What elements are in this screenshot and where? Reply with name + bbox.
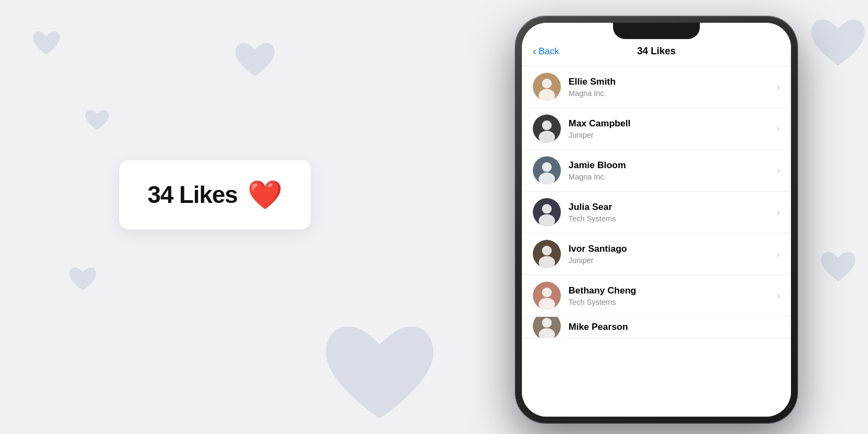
phone-inner: ‹ Back 34 Likes El xyxy=(522,23,791,417)
item-company: Magna Inc. xyxy=(569,173,769,181)
phone-notch xyxy=(613,23,700,39)
avatar xyxy=(533,73,561,101)
list-item[interactable]: Jamie Bloom Magna Inc. › xyxy=(522,150,791,192)
phone-outer: ‹ Back 34 Likes El xyxy=(515,16,797,423)
list-item[interactable]: Bethany Cheng Tech Systems › xyxy=(522,275,791,317)
item-company: Tech Systems xyxy=(569,214,769,223)
likes-card-heart-icon: ❤️ xyxy=(247,181,283,209)
item-info: Mike Pearson xyxy=(569,321,780,333)
item-company: Magna Inc. xyxy=(569,89,769,98)
item-name: Bethany Cheng xyxy=(569,285,769,297)
list-item[interactable]: Julia Sear Tech Systems › xyxy=(522,192,791,233)
chevron-right-icon: › xyxy=(777,81,780,93)
item-name: Ellie Smith xyxy=(569,76,769,88)
chevron-right-icon: › xyxy=(777,248,780,260)
chevron-right-icon: › xyxy=(777,290,780,302)
back-button[interactable]: ‹ Back xyxy=(533,45,559,58)
contact-list: Ellie Smith Magna Inc. › Max xyxy=(522,66,791,417)
likes-card: 34 Likes ❤️ xyxy=(119,160,311,229)
list-item[interactable]: Ivor Santiago Juniper › xyxy=(522,233,791,275)
avatar xyxy=(533,198,561,226)
back-chevron-icon: ‹ xyxy=(533,45,537,58)
item-name: Mike Pearson xyxy=(569,321,780,333)
svg-point-19 xyxy=(542,318,552,328)
svg-point-7 xyxy=(542,162,552,172)
phone-mockup: ‹ Back 34 Likes El xyxy=(515,16,797,423)
svg-point-16 xyxy=(542,288,552,297)
item-name: Max Campbell xyxy=(569,118,769,130)
item-name: Julia Sear xyxy=(569,201,769,213)
avatar xyxy=(533,282,561,310)
list-item[interactable]: Max Campbell Juniper › xyxy=(522,108,791,150)
avatar xyxy=(533,240,561,268)
screen-title: 34 Likes xyxy=(637,46,675,57)
list-item[interactable]: Mike Pearson xyxy=(522,317,791,339)
item-info: Julia Sear Tech Systems xyxy=(569,201,769,223)
avatar xyxy=(533,317,561,339)
svg-point-10 xyxy=(542,204,552,214)
item-company: Juniper xyxy=(569,131,769,139)
avatar xyxy=(533,156,561,184)
item-company: Juniper xyxy=(569,256,769,265)
item-name: Jamie Bloom xyxy=(569,159,769,171)
item-info: Ellie Smith Magna Inc. xyxy=(569,76,769,98)
item-info: Bethany Cheng Tech Systems xyxy=(569,285,769,307)
chevron-right-icon: › xyxy=(777,207,780,218)
svg-point-13 xyxy=(542,246,552,256)
likes-card-text: 34 Likes xyxy=(148,181,238,208)
avatar xyxy=(533,114,561,143)
svg-point-4 xyxy=(542,120,552,130)
list-item[interactable]: Ellie Smith Magna Inc. › xyxy=(522,66,791,108)
back-label: Back xyxy=(539,46,559,57)
item-info: Max Campbell Juniper xyxy=(569,118,769,139)
item-info: Jamie Bloom Magna Inc. xyxy=(569,159,769,181)
chevron-right-icon: › xyxy=(777,123,780,135)
chevron-right-icon: › xyxy=(777,165,780,176)
item-company: Tech Systems xyxy=(569,298,769,307)
phone-screen: ‹ Back 34 Likes El xyxy=(522,23,791,417)
item-info: Ivor Santiago Juniper xyxy=(569,243,769,265)
svg-point-1 xyxy=(542,79,552,88)
item-name: Ivor Santiago xyxy=(569,243,769,255)
